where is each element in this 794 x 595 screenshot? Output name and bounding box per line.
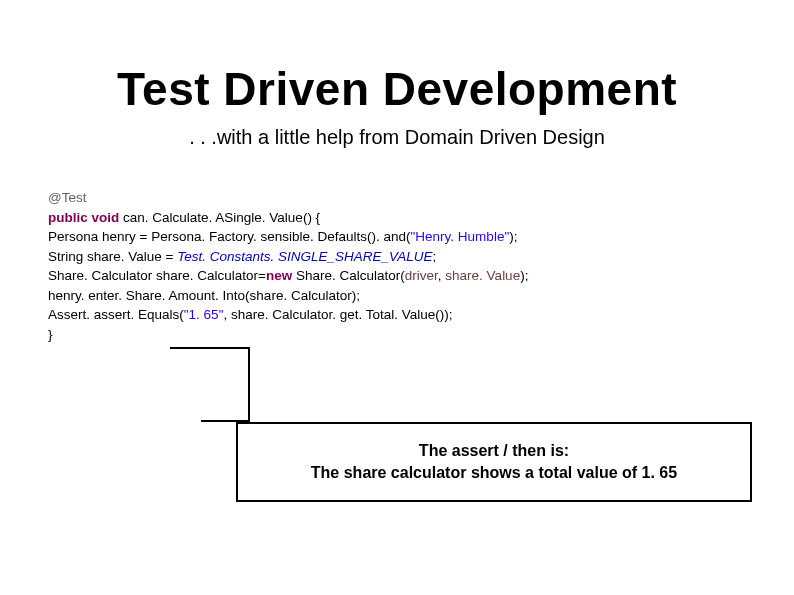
keyword-new: new — [266, 268, 292, 283]
code-text: henry. enter. Share. Amount. Into(share.… — [48, 288, 364, 303]
param-sharevalue: share. Value — [445, 268, 520, 283]
method-name: can. Calculate. ASingle. Value() { — [119, 210, 324, 225]
code-text: Share. Calculator share. Calculator= — [48, 268, 266, 283]
callout-line-1: The assert / then is: — [419, 440, 569, 462]
slide-title: Test Driven Development — [0, 62, 794, 116]
param-driver: driver — [405, 268, 438, 283]
code-text: , share. Calculator. get. Total. Value()… — [223, 307, 456, 322]
code-line-1: @Test — [48, 188, 532, 208]
code-text: Persona henry = Persona. Factory. sensib… — [48, 229, 411, 244]
annotation-test: @Test — [48, 190, 86, 205]
code-text: ); — [509, 229, 521, 244]
code-text: Assert. assert. Equals( — [48, 307, 184, 322]
string-literal: "1. 65" — [184, 307, 224, 322]
callout-connector — [170, 347, 250, 422]
slide: Test Driven Development . . .with a litt… — [0, 0, 794, 595]
code-text: } — [48, 327, 56, 342]
code-line-8: } — [48, 325, 532, 345]
code-text: ; — [433, 249, 441, 264]
code-line-3: Persona henry = Persona. Factory. sensib… — [48, 227, 532, 247]
callout-line-2: The share calculator shows a total value… — [311, 462, 677, 484]
code-text: Share. Calculator( — [292, 268, 405, 283]
keyword-public-void: public void — [48, 210, 119, 225]
code-text: ); — [520, 268, 532, 283]
callout-box: The assert / then is: The share calculat… — [236, 422, 752, 502]
code-line-7: Assert. assert. Equals("1. 65", share. C… — [48, 305, 532, 325]
static-ref: Test. Constants. SINGLE_SHARE_VALUE — [177, 249, 432, 264]
code-line-4: String share. Value = Test. Constants. S… — [48, 247, 532, 267]
code-block: @Test public void can. Calculate. ASingl… — [48, 188, 532, 345]
code-line-6: henry. enter. Share. Amount. Into(share.… — [48, 286, 532, 306]
slide-subtitle: . . .with a little help from Domain Driv… — [0, 126, 794, 149]
code-line-2: public void can. Calculate. ASingle. Val… — [48, 208, 532, 228]
code-text: String share. Value = — [48, 249, 177, 264]
code-line-5: Share. Calculator share. Calculator=new … — [48, 266, 532, 286]
string-literal: "Henry. Humble" — [411, 229, 510, 244]
